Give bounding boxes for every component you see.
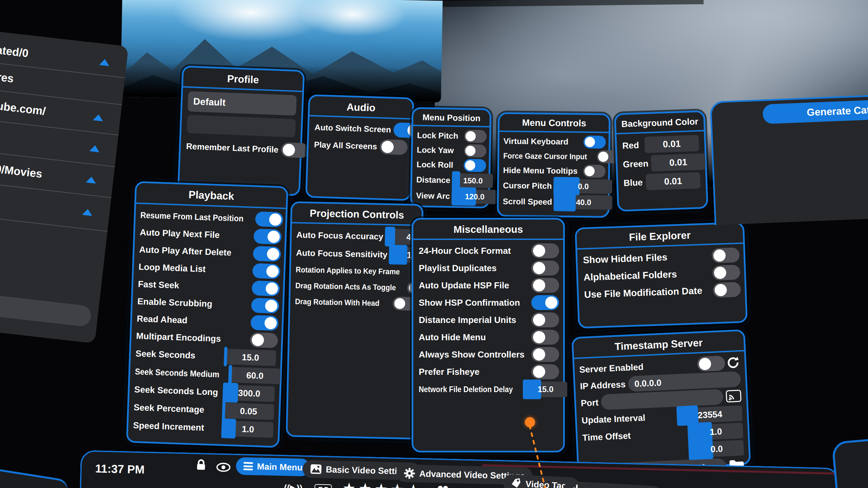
file-browser-sidebar: nulated/0 Shares youtube.com/ lated/0/Mo… [0,29,129,343]
setting-row: Auto Focus Accuracy 4 [296,227,417,245]
setting-label: Fast Seek [138,279,249,293]
collapse-up-icon[interactable] [86,176,97,184]
distance-imperial-toggle[interactable] [531,312,559,327]
setting-row: Prefer Fisheye [419,364,558,379]
setting-row: Always Show Controllers [419,347,558,362]
cast-wifi-icon[interactable] [726,389,742,403]
panel-title: Playback [135,184,287,209]
setting-label: Play All Screens [314,140,377,151]
sidebar-item-label: lated/0/Movies [0,159,43,180]
lock-yaw-toggle[interactable] [464,144,487,158]
favorite-heart-icon[interactable]: ♥ [436,483,450,488]
setting-label: Prefer Fisheye [419,367,529,377]
setting-row: Rotation Applies to Key Frame [296,263,416,279]
lock-pitch-toggle[interactable] [464,130,487,143]
setting-row: Auto Hide Menu [419,330,558,345]
auto-update-hsp-toggle[interactable] [531,278,559,293]
auto-hide-menu-toggle[interactable] [531,330,559,345]
collapse-up-icon[interactable] [89,145,100,152]
collapse-up-icon[interactable] [99,59,110,66]
setting-row: Network File Deletion Delay 15.0 [419,382,567,397]
generate-catalog-button[interactable]: Generate Cat [762,99,868,124]
eye-visibility-icon[interactable] [216,462,231,472]
sidebar-selected-row[interactable] [0,290,92,327]
setting-row: Playlist Duplicates [419,261,558,276]
show-hidden-files-toggle[interactable] [711,247,739,263]
play-all-screens-toggle[interactable] [379,139,408,155]
setting-row: Auto Update HSP File [419,278,558,293]
view-arc-slider[interactable]: 120.0 [453,189,497,204]
setting-label: Port [580,397,598,408]
main-menu-button[interactable]: Main Menu [236,457,310,476]
playlist-duplicates-toggle[interactable] [531,261,559,276]
setting-label: Network File Deletion Delay [419,385,513,394]
setting-row: Seek Seconds Medium 60.0 [135,364,275,384]
cursor-pitch-slider[interactable]: 0.0 [554,179,612,194]
read-ahead-toggle[interactable] [250,315,278,331]
auto-play-after-delete-toggle[interactable] [253,246,281,262]
fast-seek-toggle[interactable] [252,281,280,297]
collapse-up-icon[interactable] [82,208,93,216]
setting-row: Drag Rotation With Head [295,294,415,310]
seek-percentage-slider[interactable]: 0.05 [223,403,274,420]
panel-timestamp-server: Timestamp Server Server Enabled IP Addre… [571,329,751,473]
seek-seconds-slider[interactable]: 15.0 [225,349,276,366]
profile-default-item[interactable]: Default [188,91,297,116]
setting-label: Show HSP Confirmation [419,298,529,308]
setting-label: Seek Seconds Long [134,384,221,398]
panel-title: Background Color [616,114,704,135]
hide-menu-tooltips-toggle[interactable] [583,165,606,178]
time-offset-slider[interactable]: 1.0 [688,423,743,441]
multipart-encodings-toggle[interactable] [250,332,278,348]
network-file-deletion-delay-slider[interactable]: 15.0 [524,382,567,397]
setting-label: Distance [416,175,451,185]
refresh-icon[interactable] [726,355,740,370]
panel-miscellaneous: Miscellaneous 24-Hour Clock Format Playl… [412,218,565,452]
seek-seconds-medium-slider[interactable]: 60.0 [229,367,281,384]
setting-row: Auto Focus Sensitivity 1.0 [296,245,416,263]
virtual-keyboard-toggle[interactable] [584,136,606,149]
alphabetical-folders-toggle[interactable] [712,265,740,281]
setting-label: Lock Roll [416,160,461,170]
setting-label: Remember Last Profile [186,141,279,154]
star-rating-control[interactable]: ★★★★★ [342,479,423,488]
update-interval-slider[interactable]: 23554 [677,405,743,424]
remember-last-profile-toggle[interactable] [281,142,309,158]
scroll-speed-slider[interactable]: 40.0 [555,195,612,210]
panel-audio: Audio Auto Switch Screen Play All Screen… [305,94,414,201]
speed-increment-slider[interactable]: 1.0 [222,421,274,438]
setting-label: Seek Seconds Medium [135,366,220,379]
lock-icon[interactable] [196,459,207,471]
lock-roll-toggle[interactable] [463,159,486,172]
loop-media-list-toggle[interactable] [252,263,280,279]
show-hsp-confirmation-toggle[interactable] [531,295,559,310]
closed-captions-button[interactable]: CC [314,484,332,488]
setting-row: Resume From Last Position [140,207,281,227]
setting-row: Remember Last Profile [186,139,295,158]
distance-slider[interactable]: 150.0 [453,173,493,188]
prefer-fisheye-toggle[interactable] [531,364,559,379]
blue-value-field[interactable]: 0.01 [646,172,701,190]
collapse-up-icon[interactable] [93,114,104,121]
green-value-field[interactable]: 0.01 [651,153,706,171]
seek-seconds-long-slider[interactable]: 300.0 [223,385,275,402]
enable-scrubbing-toggle[interactable] [251,298,279,314]
setting-label: Auto Focus Sensitivity [296,248,388,260]
clock-format-toggle[interactable] [531,243,559,258]
setting-row: Seek Percentage 0.05 [134,400,274,420]
red-value-field[interactable]: 0.01 [644,135,699,153]
setting-label: Seek Percentage [134,402,221,415]
auto-play-next-file-toggle[interactable] [253,229,281,245]
resume-last-position-toggle[interactable] [255,211,283,227]
always-show-controllers-toggle[interactable] [531,347,559,362]
broadcast-audio-icon[interactable]: ((▶)) [284,483,302,488]
setting-label: 24-Hour Clock Format [419,246,529,256]
latency-slider[interactable]: 0.0 [689,440,744,458]
setting-label: Loop Media List [138,261,250,276]
exit-heresphere-button[interactable]: Exit HereSphere [563,481,662,488]
profile-empty-item[interactable] [187,115,296,137]
server-enabled-toggle[interactable] [697,355,725,372]
panel-profile: Profile Default Remember Last Profile [177,65,305,196]
panel-title: Audio [310,97,413,119]
file-modification-date-toggle[interactable] [713,282,741,298]
